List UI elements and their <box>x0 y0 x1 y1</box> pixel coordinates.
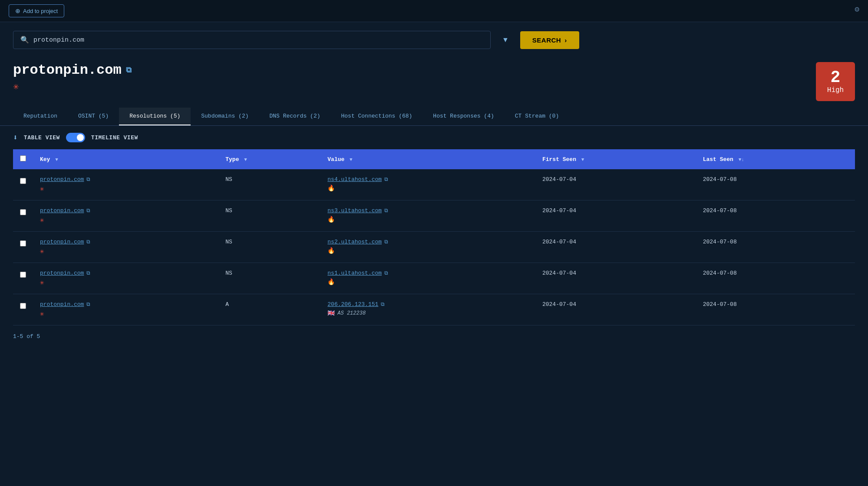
row-4-value-copy-icon[interactable]: ⧉ <box>381 302 385 308</box>
search-arrow-icon: › <box>564 36 567 44</box>
download-icon[interactable]: ⬇ <box>13 133 18 142</box>
tab-osint[interactable]: OSINT (5) <box>68 108 119 125</box>
row-3-malware-icon: ✳ <box>40 278 211 287</box>
row-1-malware-icon: ✳ <box>40 216 211 224</box>
search-area: 🔍 ▼ SEARCH › <box>0 22 868 58</box>
tab-host-responses[interactable]: Host Responses (4) <box>422 108 504 125</box>
search-input[interactable] <box>33 36 483 44</box>
row-4-value-link[interactable]: 206.206.123.151 <box>327 301 378 308</box>
row-3-key-cell: protonpin.com ⧉ ✳ <box>33 263 218 294</box>
row-0-type-cell: NS <box>218 169 320 200</box>
col-header-value[interactable]: Value ▼ <box>320 149 535 169</box>
row-0-key-link[interactable]: protonpin.com <box>40 176 84 183</box>
row-1-fire-icon: 🔥 <box>327 216 528 223</box>
row-2-value-link[interactable]: ns2.ultahost.com <box>327 239 382 245</box>
row-4-value-cell: 206.206.123.151 ⧉ 🇬🇧 AS 212238 <box>320 294 535 325</box>
settings-gear-icon[interactable]: ⚙ <box>855 4 859 14</box>
row-1-value-cell: ns3.ultahost.com ⧉ 🔥 <box>320 200 535 232</box>
tabs-bar: Reputation OSINT (5) Resolutions (5) Sub… <box>0 108 868 126</box>
row-2-checkbox[interactable] <box>20 240 26 246</box>
row-4-key-cell: protonpin.com ⧉ ✳ <box>33 294 218 325</box>
row-1-last-seen-cell: 2024-07-08 <box>696 200 855 232</box>
filter-button[interactable]: ▼ <box>495 32 516 48</box>
row-3-last-seen-cell: 2024-07-08 <box>696 263 855 294</box>
malware-icon: ✳ <box>13 82 19 92</box>
row-4-flag-icon: 🇬🇧 <box>327 309 335 317</box>
row-0-fire-icon: 🔥 <box>327 184 528 192</box>
row-0-checkbox[interactable] <box>20 178 26 184</box>
row-3-type-cell: NS <box>218 263 320 294</box>
row-0-key-cell: protonpin.com ⧉ ✳ <box>33 169 218 200</box>
row-0-last-seen-cell: 2024-07-08 <box>696 169 855 200</box>
pagination-info: 1-5 of 5 <box>0 325 868 348</box>
row-2-malware-icon: ✳ <box>40 247 211 256</box>
tab-host-connections[interactable]: Host Connections (68) <box>331 108 423 125</box>
row-2-key-cell: protonpin.com ⧉ ✳ <box>33 232 218 263</box>
search-label: SEARCH <box>532 36 561 44</box>
tab-ct-stream[interactable]: CT Stream (0) <box>505 108 569 125</box>
col-header-first-seen[interactable]: First Seen ▼ <box>535 149 696 169</box>
row-1-key-link[interactable]: protonpin.com <box>40 207 84 214</box>
last-seen-filter-icon: ▼↓ <box>739 157 744 162</box>
row-0-value-cell: ns4.ultahost.com ⧉ 🔥 <box>320 169 535 200</box>
select-all-header[interactable] <box>13 149 33 169</box>
row-3-value-link[interactable]: ns1.ultahost.com <box>327 270 382 276</box>
tab-resolutions[interactable]: Resolutions (5) <box>119 108 191 125</box>
row-1-key-copy-icon[interactable]: ⧉ <box>86 208 90 214</box>
row-0-key-copy-icon[interactable]: ⧉ <box>86 177 90 183</box>
page-header: protonpin.com ⧉ ✳ 2 High <box>0 58 868 103</box>
row-3-key-copy-icon[interactable]: ⧉ <box>86 270 90 276</box>
risk-number: 2 <box>831 69 841 87</box>
key-filter-icon: ▼ <box>55 157 58 162</box>
table-row: protonpin.com ⧉ ✳ NS ns4.ultahost.com ⧉ … <box>13 169 855 200</box>
tab-reputation[interactable]: Reputation <box>13 108 68 125</box>
col-first-seen-label: First Seen <box>542 156 576 163</box>
search-icon: 🔍 <box>20 36 29 44</box>
col-header-last-seen[interactable]: Last Seen ▼↓ <box>696 149 855 169</box>
row-1-value-copy-icon[interactable]: ⧉ <box>384 208 388 214</box>
table-row: protonpin.com ⧉ ✳ A 206.206.123.151 ⧉ 🇬🇧… <box>13 294 855 325</box>
top-bar: Add to project <box>0 0 868 22</box>
row-4-checkbox-cell <box>13 294 33 325</box>
col-key-label: Key <box>40 156 50 163</box>
tab-subdomains[interactable]: Subdomains (2) <box>191 108 259 125</box>
row-3-checkbox[interactable] <box>20 272 26 278</box>
row-4-checkbox[interactable] <box>20 303 26 309</box>
domain-section: protonpin.com ⧉ ✳ <box>13 62 132 92</box>
col-header-key[interactable]: Key ▼ <box>33 149 218 169</box>
pagination-text: 1-5 of 5 <box>13 333 40 340</box>
row-1-type-cell: NS <box>218 200 320 232</box>
row-1-value-link[interactable]: ns3.ultahost.com <box>327 207 382 214</box>
row-3-value-copy-icon[interactable]: ⧉ <box>384 270 388 276</box>
row-2-key-copy-icon[interactable]: ⧉ <box>86 239 90 245</box>
row-3-key-link[interactable]: protonpin.com <box>40 270 84 276</box>
row-0-value-link[interactable]: ns4.ultahost.com <box>327 176 382 183</box>
row-4-malware-icon: ✳ <box>40 309 211 318</box>
copy-domain-icon[interactable]: ⧉ <box>126 66 132 75</box>
row-0-value-copy-icon[interactable]: ⧉ <box>384 177 388 183</box>
row-4-last-seen-cell: 2024-07-08 <box>696 294 855 325</box>
table-row: protonpin.com ⧉ ✳ NS ns2.ultahost.com ⧉ … <box>13 232 855 263</box>
row-2-key-link[interactable]: protonpin.com <box>40 239 84 245</box>
row-2-type-cell: NS <box>218 232 320 263</box>
row-4-type-cell: A <box>218 294 320 325</box>
tab-dns-records[interactable]: DNS Records (2) <box>259 108 330 125</box>
row-1-checkbox-cell <box>13 200 33 232</box>
row-3-checkbox-cell <box>13 263 33 294</box>
search-button[interactable]: SEARCH › <box>520 31 579 49</box>
row-4-key-link[interactable]: protonpin.com <box>40 301 84 308</box>
row-4-key-copy-icon[interactable]: ⧉ <box>86 302 90 308</box>
row-2-value-copy-icon[interactable]: ⧉ <box>384 239 388 245</box>
view-toggle[interactable] <box>66 133 85 142</box>
col-header-type[interactable]: Type ▼ <box>218 149 320 169</box>
col-type-label: Type <box>225 156 239 163</box>
add-to-project-button[interactable]: Add to project <box>9 4 64 17</box>
row-4-first-seen-cell: 2024-07-04 <box>535 294 696 325</box>
select-all-checkbox[interactable] <box>20 155 26 161</box>
table-container: Key ▼ Type ▼ Value ▼ First Seen ▼ Last S… <box>0 149 868 325</box>
row-1-checkbox[interactable] <box>20 209 26 215</box>
timeline-view-label: TIMELINE VIEW <box>91 135 138 141</box>
table-row: protonpin.com ⧉ ✳ NS ns3.ultahost.com ⧉ … <box>13 200 855 232</box>
domain-title: protonpin.com ⧉ <box>13 62 132 78</box>
filter-icon: ▼ <box>502 36 509 43</box>
